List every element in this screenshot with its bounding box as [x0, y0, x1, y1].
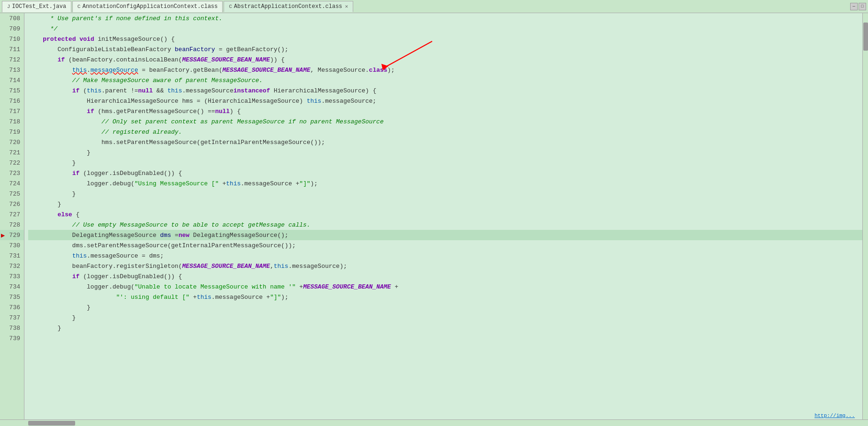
code-line-736: }	[28, 302, 862, 312]
line-num-727: 727	[0, 209, 24, 220]
code-line-726: }	[28, 199, 862, 209]
line-num-728: 728	[0, 220, 24, 230]
tab-abstract-app-context[interactable]: C AbstractApplicationContext.class ✕	[224, 1, 353, 12]
line-num-732: 732	[0, 261, 24, 271]
line-num-722: 722	[0, 158, 24, 168]
line-num-718: 718	[0, 116, 24, 127]
line-num-712: 712	[0, 54, 24, 65]
line-num-714: 714	[0, 75, 24, 85]
line-num-715: 715	[0, 85, 24, 96]
code-line-738: }	[28, 323, 862, 333]
code-line-719: // registered already.	[28, 127, 862, 137]
line-num-726: 726	[0, 199, 24, 209]
code-line-727: else {	[28, 209, 862, 220]
window-controls: ─ □	[850, 3, 866, 10]
class-file-icon-2: C	[229, 4, 232, 9]
line-num-738: 738	[0, 323, 24, 333]
status-link[interactable]: http://img...	[814, 413, 855, 418]
code-line-739	[28, 333, 862, 343]
maximize-button[interactable]: □	[859, 3, 866, 10]
editor-container: J IOCTest_Ext.java C AnnotationConfigApp…	[0, 0, 868, 426]
line-num-735: 735	[0, 292, 24, 302]
code-line-732: beanFactory.registerSingleton( MESSAGE_S…	[28, 261, 862, 271]
line-num-708: 708	[0, 13, 24, 23]
line-num-730: 730	[0, 240, 24, 251]
code-line-709: */	[28, 23, 862, 34]
line-num-713: 713	[0, 65, 24, 75]
code-line-710: protected void initMessageSource() {	[28, 34, 862, 44]
vertical-scrollbar[interactable]	[862, 13, 868, 419]
line-num-736: 736	[0, 302, 24, 312]
class-file-icon-1: C	[78, 4, 81, 9]
code-line-733: if (logger.isDebugEnabled()) {	[28, 271, 862, 281]
code-content: * Use parent's if none defined in this c…	[24, 13, 862, 419]
code-area: 708 709 710 711 712 713 714 715 716 717 …	[0, 13, 868, 419]
code-line-717: if (hms.getParentMessageSource() == null…	[28, 106, 862, 116]
line-num-724: 724	[0, 178, 24, 189]
line-num-710: 710	[0, 34, 24, 44]
code-line-708: * Use parent's if none defined in this c…	[28, 13, 862, 23]
code-line-721: }	[28, 147, 862, 158]
breakpoint-arrow: ▶	[1, 231, 5, 239]
line-num-719: 719	[0, 127, 24, 137]
line-num-739: 739	[0, 333, 24, 343]
line-numbers: 708 709 710 711 712 713 714 715 716 717 …	[0, 13, 24, 419]
code-line-724: logger.debug( "Using MessageSource [" + …	[28, 178, 862, 189]
tab-bar: J IOCTest_Ext.java C AnnotationConfigApp…	[0, 0, 868, 13]
tab-close-button[interactable]: ✕	[345, 3, 349, 9]
code-line-713: this . messageSource = beanFactory.getBe…	[28, 65, 862, 75]
code-line-737: }	[28, 312, 862, 323]
code-line-729: DelegatingMessageSource dms = new Delega…	[28, 230, 862, 240]
scrollbar-thumb-v[interactable]	[863, 23, 868, 51]
code-line-718: // Only set parent context as parent Mes…	[28, 116, 862, 127]
code-line-731: this .messageSource = dms;	[28, 251, 862, 261]
line-num-711: 711	[0, 44, 24, 54]
code-line-714: // Make MessageSource aware of parent Me…	[28, 75, 862, 85]
scrollbar-thumb-h[interactable]	[28, 421, 75, 426]
minimize-button[interactable]: ─	[850, 3, 858, 10]
code-line-723: if (logger.isDebugEnabled()) {	[28, 168, 862, 178]
line-num-729: ▶ 729	[0, 230, 24, 240]
line-num-720: 720	[0, 137, 24, 147]
code-line-715: if ( this .parent != null && this .messa…	[28, 85, 862, 96]
line-num-734: 734	[0, 281, 24, 292]
line-num-709: 709	[0, 23, 24, 34]
code-line-728: // Use empty MessageSource to be able to…	[28, 220, 862, 230]
tab-ioctest[interactable]: J IOCTest_Ext.java	[2, 1, 71, 12]
horizontal-scrollbar[interactable]	[0, 419, 868, 426]
code-line-730: dms.setParentMessageSource(getInternalPa…	[28, 240, 862, 251]
line-num-731: 731	[0, 251, 24, 261]
tab-annotation-config[interactable]: C AnnotationConfigApplicationContext.cla…	[72, 1, 223, 12]
code-line-716: HierarchicalMessageSource hms = (Hierarc…	[28, 96, 862, 106]
line-num-717: 717	[0, 106, 24, 116]
code-line-735: "': using default [" + this .messageSour…	[28, 292, 862, 302]
line-num-716: 716	[0, 96, 24, 106]
line-num-725: 725	[0, 189, 24, 199]
java-file-icon: J	[7, 4, 10, 9]
code-line-720: hms.setParentMessageSource(getInternalPa…	[28, 137, 862, 147]
code-line-712: if (beanFactory.containsLocalBean( MESSA…	[28, 54, 862, 65]
line-num-737: 737	[0, 312, 24, 323]
code-line-722: }	[28, 158, 862, 168]
code-line-734: logger.debug( "Unable to locate MessageS…	[28, 281, 862, 292]
code-line-711: ConfigurableListableBeanFactory beanFact…	[28, 44, 862, 54]
code-line-725: }	[28, 189, 862, 199]
line-num-721: 721	[0, 147, 24, 158]
line-num-733: 733	[0, 271, 24, 281]
line-num-723: 723	[0, 168, 24, 178]
